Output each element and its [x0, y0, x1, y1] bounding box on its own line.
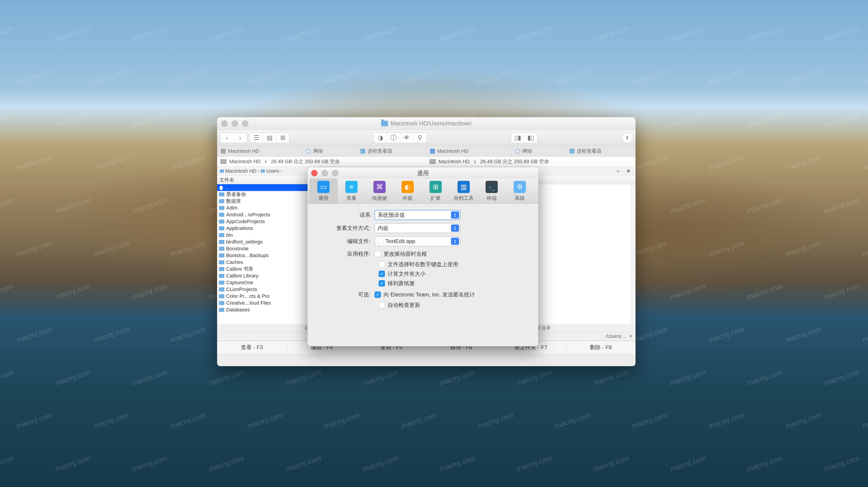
- folder-icon: [219, 226, 224, 230]
- tab-icon: ▭: [317, 181, 330, 193]
- drive-dropdown[interactable]: ▴▾: [263, 159, 268, 164]
- prefs-titlebar: 通用: [308, 168, 538, 179]
- folder-icon: [219, 220, 224, 224]
- right-tab-network[interactable]: 网络: [512, 146, 566, 156]
- folder-icon: [219, 247, 224, 251]
- left-tab-network[interactable]: 网络: [302, 146, 356, 156]
- viewmode-label: 查看文件方式:: [316, 225, 374, 232]
- optional-section-label: 可选:: [316, 291, 374, 298]
- file-name: Color Pr…cts & Pro: [226, 293, 270, 299]
- file-name: bin: [226, 232, 233, 238]
- file-name: Boostnote: [226, 246, 249, 252]
- prefs-tab-5[interactable]: ▥存档工具: [450, 179, 478, 203]
- tab-icon: ◐: [401, 181, 414, 193]
- toggle-switch[interactable]: ◑: [374, 133, 387, 143]
- folder-icon: [219, 260, 224, 264]
- tab-label: 查看: [346, 195, 356, 202]
- forward-button[interactable]: ›: [234, 133, 247, 143]
- right-tab-disk[interactable]: Macintosh HD: [426, 146, 512, 156]
- pane-prev-button[interactable]: ▯▮: [511, 133, 524, 143]
- tab-label: 通用: [318, 195, 329, 202]
- chevrons-icon: ▴▾: [451, 238, 459, 245]
- file-name: 数据库: [226, 198, 241, 205]
- tab-icon: ⌘: [373, 181, 385, 193]
- view-grid-button[interactable]: ⊞: [276, 133, 289, 143]
- close-button[interactable]: [221, 120, 227, 127]
- info-button[interactable]: ⓘ: [387, 133, 400, 143]
- editor-select[interactable]: TextEdit.app ▴▾: [374, 236, 461, 246]
- tab-label: 外观: [403, 195, 412, 202]
- file-name: birdfont_settings: [226, 239, 262, 245]
- file-name: Bootstra…Backups: [226, 253, 269, 258]
- folder-icon: [261, 170, 265, 173]
- close-button[interactable]: [311, 170, 317, 176]
- prefs-tab-2[interactable]: ⌘快捷键: [366, 179, 394, 203]
- file-name: 墨者备份: [226, 191, 246, 198]
- language-select[interactable]: 系统预设值 ▴▾: [374, 210, 461, 220]
- folder-icon: [381, 121, 388, 126]
- view-columns-button[interactable]: ▤: [263, 133, 276, 143]
- tab-icon: ⊞: [430, 181, 442, 193]
- drive-dropdown[interactable]: ▴▾: [472, 159, 477, 164]
- drive-name: Macintosh HD: [438, 159, 470, 165]
- editor-label: 编辑文件:: [316, 238, 374, 245]
- function-key-button[interactable]: 删除 - F8: [566, 341, 636, 353]
- prefs-tab-4[interactable]: ⊞扩展: [422, 179, 450, 203]
- folder-icon: [219, 301, 224, 305]
- prefs-tab-1[interactable]: ≡查看: [337, 179, 366, 203]
- disk-icon: [220, 159, 227, 164]
- tab-label: 存档工具: [454, 195, 473, 202]
- file-name: CLionProjects: [226, 286, 257, 292]
- prefs-tab-0[interactable]: ▭通用: [309, 179, 337, 203]
- app-section-label: 应用程序:: [316, 250, 374, 258]
- home-icon: [219, 185, 223, 190]
- zoom-button[interactable]: [332, 170, 338, 176]
- folder-icon: [219, 240, 224, 244]
- checkbox-foldersize[interactable]: ✓: [379, 271, 385, 277]
- left-tab-taskmgr[interactable]: 进程查看器: [356, 146, 426, 156]
- checkbox-autoupdate[interactable]: [379, 302, 385, 308]
- prefs-tab-7[interactable]: ⚙高级: [506, 179, 534, 203]
- toolbar: ‹ › ☰ ▤ ⊞ ◑ ⓘ 👁 ⚲ ▯▮ ▮▯ ⬇: [217, 130, 636, 146]
- tab-icon: ▥: [458, 181, 470, 193]
- checkbox-goroot[interactable]: [374, 251, 381, 257]
- chevron-down-icon[interactable]: ▾: [629, 333, 632, 339]
- zoom-button[interactable]: [242, 120, 248, 127]
- file-name: CaptureOne: [226, 280, 253, 286]
- folder-icon: [219, 294, 224, 298]
- checkbox-trash[interactable]: ✓: [379, 280, 385, 286]
- tab-label: 终端: [487, 195, 497, 202]
- minimize-button[interactable]: [321, 170, 328, 176]
- back-button[interactable]: ‹: [220, 133, 234, 143]
- file-name: Android…ioProjects: [226, 212, 270, 218]
- file-name: Caches: [226, 259, 243, 265]
- checkbox-stats[interactable]: ✓: [374, 291, 381, 298]
- checkbox-numpad[interactable]: [379, 261, 385, 267]
- prefs-tab-3[interactable]: ◐外观: [394, 179, 422, 203]
- folder-icon: [219, 281, 224, 285]
- drive-space: 26.49 GB 分之 250.69 GB 空余: [480, 158, 549, 165]
- file-name: Databases: [226, 307, 250, 313]
- favorite-button[interactable]: ★: [624, 168, 633, 174]
- preferences-window: 通用 ▭通用≡查看⌘快捷键◐外观⊞扩展▥存档工具›_终端⚙高级 语系 系统预设值…: [308, 168, 538, 346]
- viewmode-select[interactable]: 内嵌 ▴▾: [374, 223, 461, 233]
- drive-space: 26.49 GB 分之 250.69 GB 空余: [271, 158, 340, 165]
- prefs-title: 通用: [417, 169, 429, 177]
- minimize-button[interactable]: [231, 120, 238, 127]
- right-tab-taskmgr[interactable]: 进程查看器: [566, 146, 636, 156]
- disk-icon: [221, 149, 226, 154]
- function-key-button[interactable]: 查看 - F3: [217, 341, 287, 353]
- search-button[interactable]: ⚲: [413, 133, 427, 143]
- view-list-button[interactable]: ☰: [250, 133, 263, 143]
- download-icon[interactable]: ⬇: [622, 133, 632, 143]
- pane-next-button[interactable]: ▮▯: [524, 133, 537, 143]
- add-tab-button[interactable]: ＋: [614, 167, 623, 175]
- folder-icon: [219, 274, 224, 278]
- scrollbar[interactable]: [631, 184, 636, 324]
- folder-icon: [219, 192, 224, 196]
- left-tab-disk[interactable]: Macintosh HD: [217, 146, 302, 156]
- prefs-body: 语系 系统预设值 ▴▾ 查看文件方式: 内嵌 ▴▾ 编辑文件: TextEdit…: [308, 204, 538, 317]
- quicklook-button[interactable]: 👁: [400, 133, 413, 143]
- prefs-tab-6[interactable]: ›_终端: [478, 179, 506, 203]
- folder-icon: [219, 287, 224, 291]
